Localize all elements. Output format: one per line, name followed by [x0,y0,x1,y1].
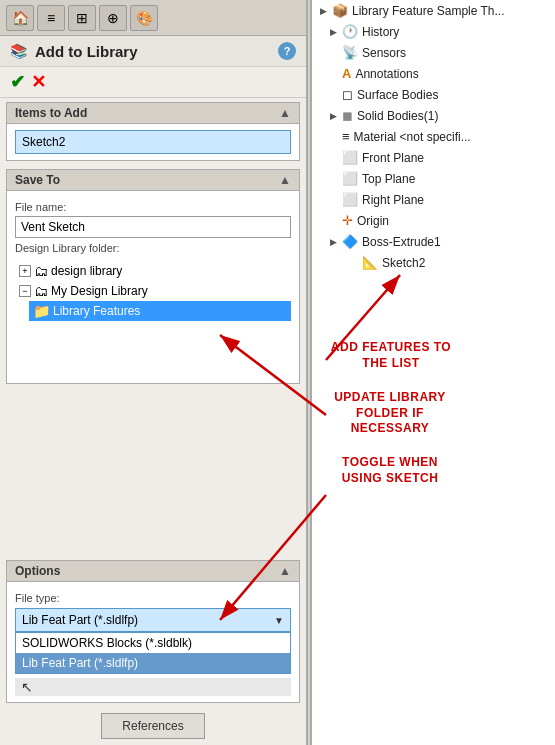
cursor-icon: ↖ [21,679,33,695]
right-panel: ▶ 📦 Library Feature Sample Th... ▶ 🕐 His… [310,0,555,745]
solid-bodies-label: Solid Bodies(1) [357,109,438,123]
folder-label: Design Library folder: [15,242,291,254]
tree-item-library-features[interactable]: 📁 Library Features [29,301,291,321]
right-tree-surface-bodies[interactable]: ◻ Surface Bodies [322,84,555,105]
my-design-library-icon: 🗂 [34,283,48,299]
root-icon: 📦 [332,3,348,18]
right-tree-annotations[interactable]: A Annotations [322,63,555,84]
history-label: History [362,25,399,39]
filename-label: File name: [15,201,291,213]
annotation-toggle-sketch: TOGGLE WHENUSING SKETCH [320,455,460,486]
panel-title: Add to Library [35,43,270,60]
boss-extrude-icon: 🔷 [342,234,358,249]
left-panel: 🏠 ≡ ⊞ ⊕ 🎨 📚 Add to Library ? ✔ ✕ Items t… [0,0,308,745]
dropdown-option-solidworks-blocks[interactable]: SOLIDWORKS Blocks (*.sldblk) [16,633,290,653]
library-features-icon: 📁 [33,303,50,319]
dropdown-selected-value: Lib Feat Part (*.sldlfp) [22,613,274,627]
tree-item-design-library[interactable]: + 🗂 design library [15,261,291,281]
history-icon: 🕐 [342,24,358,39]
options-section-content: File type: Lib Feat Part (*.sldlfp) ▼ SO… [7,582,299,702]
sensors-icon: 📡 [342,45,358,60]
right-plane-label: Right Plane [362,193,424,207]
save-section-header: Save To ▲ [7,170,299,191]
sketch2-expander [348,258,358,268]
toolbar-btn-grid[interactable]: ⊞ [68,5,96,31]
right-tree-history[interactable]: ▶ 🕐 History [322,21,555,42]
my-design-library-expander[interactable]: − [19,285,31,297]
panel-icon: 📚 [10,43,27,59]
design-library-icon: 🗂 [34,263,48,279]
items-section-content [7,124,299,160]
references-button[interactable]: References [101,713,204,739]
toolbar: 🏠 ≡ ⊞ ⊕ 🎨 [0,0,306,36]
surface-bodies-label: Surface Bodies [357,88,438,102]
toolbar-btn-palette[interactable]: 🎨 [130,5,158,31]
filetype-label: File type: [15,592,291,604]
toolbar-btn-target[interactable]: ⊕ [99,5,127,31]
save-collapse-arrow[interactable]: ▲ [279,173,291,187]
filetype-dropdown[interactable]: Lib Feat Part (*.sldlfp) ▼ SOLIDWORKS Bl… [15,608,291,674]
dropdown-option-lib-feat-part[interactable]: Lib Feat Part (*.sldlfp) [16,653,290,673]
right-tree-sketch2[interactable]: 📐 Sketch2 [342,252,555,273]
save-to-section: Save To ▲ File name: Design Library fold… [6,169,300,384]
right-tree-material[interactable]: ≡ Material <not specifi... [322,126,555,147]
top-plane-icon: ⬜ [342,171,358,186]
surface-bodies-expander [328,90,338,100]
options-collapse-arrow[interactable]: ▲ [279,564,291,578]
items-collapse-arrow[interactable]: ▲ [279,106,291,120]
top-plane-expander [328,174,338,184]
cancel-button[interactable]: ✕ [31,71,46,93]
right-tree-origin[interactable]: ✛ Origin [322,210,555,231]
sketch2-icon: 📐 [362,255,378,270]
boss-extrude-label: Boss-Extrude1 [362,235,441,249]
options-section: Options ▲ File type: Lib Feat Part (*.sl… [6,560,300,703]
surface-bodies-icon: ◻ [342,87,353,102]
tree-item-my-design-library[interactable]: − 🗂 My Design Library [15,281,291,301]
folder-tree: + 🗂 design library − 🗂 My Design Library… [15,257,291,377]
annotations-expander [328,69,338,79]
right-tree-sensors[interactable]: 📡 Sensors [322,42,555,63]
right-tree-front-plane[interactable]: ⬜ Front Plane [322,147,555,168]
origin-expander [328,216,338,226]
solid-bodies-expander[interactable]: ▶ [328,111,338,121]
front-plane-expander [328,153,338,163]
items-to-add-section: Items to Add ▲ [6,102,300,161]
annotations-label: Annotations [355,67,418,81]
library-features-label: Library Features [53,304,140,318]
right-plane-icon: ⬜ [342,192,358,207]
right-tree-root[interactable]: ▶ 📦 Library Feature Sample Th... [312,0,555,21]
origin-label: Origin [357,214,389,228]
annotations-icon: A [342,66,351,81]
top-plane-label: Top Plane [362,172,415,186]
history-expander[interactable]: ▶ [328,27,338,37]
root-expander[interactable]: ▶ [318,6,328,16]
root-label: Library Feature Sample Th... [352,4,505,18]
annotation-update-library: UPDATE LIBRARYFOLDER IFNECESSARY [320,390,460,437]
boss-extrude-expander[interactable]: ▶ [328,237,338,247]
right-plane-expander [328,195,338,205]
annotation-add-features: ADD FEATURES TO THE LIST [326,340,456,371]
options-section-label: Options [15,564,60,578]
save-section-content: File name: Design Library folder: + 🗂 de… [7,191,299,383]
cursor-row: ↖ [15,678,291,696]
toolbar-btn-list[interactable]: ≡ [37,5,65,31]
confirm-button[interactable]: ✔ [10,71,25,93]
options-section-header: Options ▲ [7,561,299,582]
right-tree-boss-extrude[interactable]: ▶ 🔷 Boss-Extrude1 [322,231,555,252]
material-expander [328,132,338,142]
filename-input[interactable] [15,216,291,238]
dropdown-list: SOLIDWORKS Blocks (*.sldblk) Lib Feat Pa… [15,632,291,674]
toolbar-btn-home[interactable]: 🏠 [6,5,34,31]
help-button[interactable]: ? [278,42,296,60]
right-tree-right-plane[interactable]: ⬜ Right Plane [322,189,555,210]
design-library-expander[interactable]: + [19,265,31,277]
sketch2-label: Sketch2 [382,256,425,270]
items-section-header: Items to Add ▲ [7,103,299,124]
items-to-add-input[interactable] [15,130,291,154]
panel-header: 📚 Add to Library ? [0,36,306,67]
material-label: Material <not specifi... [354,130,471,144]
sensors-expander [328,48,338,58]
solid-bodies-icon: ◼ [342,108,353,123]
right-tree-solid-bodies[interactable]: ▶ ◼ Solid Bodies(1) [322,105,555,126]
right-tree-top-plane[interactable]: ⬜ Top Plane [322,168,555,189]
